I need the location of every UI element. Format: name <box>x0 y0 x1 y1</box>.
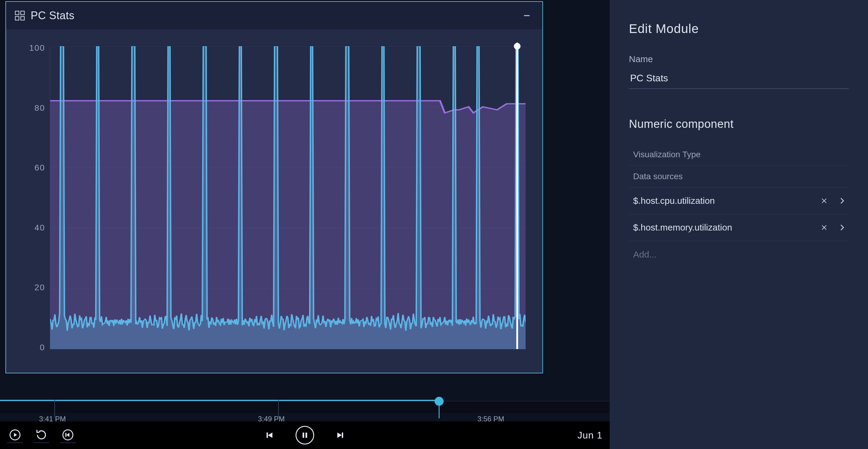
previous-button[interactable] <box>262 427 278 443</box>
module-title: PC Stats <box>31 9 520 22</box>
svg-rect-1 <box>21 11 24 15</box>
svg-rect-8 <box>267 432 268 438</box>
chart-body: 100806040200 <box>6 29 542 373</box>
chevron-right-icon[interactable] <box>837 222 847 233</box>
svg-rect-3 <box>21 17 24 20</box>
module-panel: PC Stats 100806040200 <box>5 1 543 373</box>
pause-button[interactable] <box>296 426 314 445</box>
skip-start-button[interactable] <box>60 427 76 443</box>
data-source-path: $.host.memory.utilization <box>633 222 811 233</box>
data-source-row[interactable]: $.host.cpu.utilization <box>629 188 849 214</box>
visualization-type-label: Visualization Type <box>633 150 701 159</box>
add-data-source[interactable]: Add... <box>629 241 849 268</box>
side-panel-heading: Edit Module <box>629 22 849 36</box>
y-tick: 100 <box>18 43 45 53</box>
module-header: PC Stats <box>6 2 542 29</box>
date-label: Jun 1 <box>578 430 602 441</box>
y-tick: 40 <box>18 223 45 233</box>
grid-layout-icon <box>14 10 25 21</box>
module-name-input[interactable] <box>629 70 849 89</box>
add-placeholder: Add... <box>633 249 656 259</box>
svg-rect-9 <box>303 432 304 438</box>
timeline-playhead[interactable] <box>435 397 444 406</box>
data-sources-header: Data sources <box>629 166 849 188</box>
svg-rect-2 <box>15 17 19 20</box>
minimize-button[interactable] <box>520 8 534 23</box>
remove-source-button[interactable] <box>819 222 830 233</box>
data-source-path: $.host.cpu.utilization <box>633 196 811 206</box>
record-button[interactable] <box>7 427 23 443</box>
svg-rect-0 <box>15 11 19 15</box>
svg-rect-11 <box>342 432 343 438</box>
svg-rect-10 <box>306 432 307 438</box>
data-sources-label: Data sources <box>633 172 683 181</box>
timeline-track[interactable] <box>0 401 610 413</box>
y-tick: 20 <box>18 283 45 292</box>
data-source-row[interactable]: $.host.memory.utilization <box>629 214 849 241</box>
name-field-label: Name <box>629 54 849 64</box>
next-button[interactable] <box>332 427 348 443</box>
time-cursor[interactable] <box>516 43 518 349</box>
remove-source-button[interactable] <box>819 195 830 206</box>
y-axis: 100806040200 <box>18 43 45 352</box>
y-tick: 60 <box>18 163 45 172</box>
replay-button[interactable] <box>34 427 49 443</box>
time-cursor-handle[interactable] <box>514 43 521 50</box>
plot-area[interactable] <box>50 46 526 349</box>
timeline[interactable]: 3:41 PM3:49 PM3:56 PM <box>0 394 610 418</box>
playbar: Jun 1 <box>0 421 610 449</box>
main-area: PC Stats 100806040200 <box>0 0 610 449</box>
chevron-right-icon[interactable] <box>837 195 847 206</box>
side-panel: Edit Module Name Numeric component Visua… <box>610 0 868 449</box>
visualization-type-row[interactable]: Visualization Type <box>629 144 849 166</box>
y-tick: 0 <box>18 343 45 352</box>
numeric-component-heading: Numeric component <box>629 118 849 131</box>
y-tick: 80 <box>18 103 45 113</box>
